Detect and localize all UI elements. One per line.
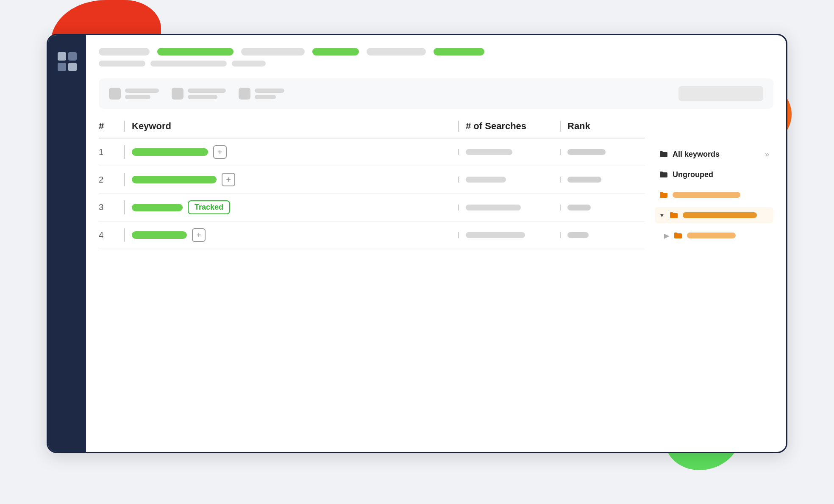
row-num-2: 2 bbox=[99, 175, 124, 185]
main-content: # Keyword # of Searches Rank 1 + bbox=[86, 35, 786, 452]
nav-row-1 bbox=[99, 48, 773, 55]
folder-label-bar-3 bbox=[687, 233, 736, 238]
control-icon-3 bbox=[239, 88, 250, 100]
table-main: # Keyword # of Searches Rank 1 + bbox=[99, 121, 645, 443]
control-lines-3 bbox=[255, 89, 284, 99]
th-rank: Rank bbox=[560, 121, 645, 132]
row-num-4: 4 bbox=[99, 230, 124, 240]
row-keyword-2: + bbox=[124, 173, 458, 186]
row-rank-4 bbox=[560, 232, 645, 238]
sidebar-item-ungrouped[interactable]: Ungrouped bbox=[655, 166, 773, 183]
control-lines-1 bbox=[125, 89, 159, 99]
row-rank-1 bbox=[560, 149, 645, 155]
chevron-right-icon: ▶ bbox=[664, 232, 669, 240]
row-searches-1 bbox=[458, 149, 560, 155]
sidebar-label-all-keywords: All keywords bbox=[673, 150, 761, 159]
folder-icon-ungrouped bbox=[659, 170, 668, 179]
table-row: 1 + bbox=[99, 138, 645, 166]
nav-sub-pill-3 bbox=[232, 61, 266, 66]
row-rank-2 bbox=[560, 177, 645, 183]
table-row: 3 Tracked bbox=[99, 194, 645, 222]
add-keyword-btn-1[interactable]: + bbox=[213, 145, 227, 159]
nav-pill-4-green[interactable] bbox=[312, 48, 359, 55]
sidebar-label-ungrouped: Ungrouped bbox=[673, 170, 769, 179]
row-keyword-4: + bbox=[124, 228, 458, 242]
kw-bar-4 bbox=[132, 231, 187, 239]
main-card-wrapper: # Keyword # of Searches Rank 1 + bbox=[47, 34, 787, 453]
nav-pill-5[interactable] bbox=[367, 48, 426, 55]
folder-icon-all-keywords bbox=[659, 150, 668, 159]
searches-bar-4 bbox=[466, 232, 525, 238]
table-area: # Keyword # of Searches Rank 1 + bbox=[99, 121, 773, 443]
control-lines-2 bbox=[188, 89, 226, 99]
logo-square-1 bbox=[58, 52, 66, 61]
double-chevron-icon: » bbox=[765, 150, 769, 159]
table-body: 1 + bbox=[99, 138, 645, 443]
searches-bar-3 bbox=[466, 205, 521, 210]
nav-pill-6-green[interactable] bbox=[434, 48, 484, 55]
control-group-2 bbox=[172, 88, 226, 100]
table-row: 4 + bbox=[99, 222, 645, 249]
sidebar bbox=[48, 35, 86, 452]
sidebar-item-all-keywords[interactable]: All keywords » bbox=[655, 146, 773, 162]
row-searches-3 bbox=[458, 205, 560, 210]
row-num-1: 1 bbox=[99, 147, 124, 157]
rank-bar-3 bbox=[567, 205, 591, 210]
controls-bar bbox=[99, 78, 773, 109]
logo-square-4 bbox=[68, 63, 77, 71]
sidebar-item-folder1[interactable] bbox=[655, 187, 773, 203]
th-keyword: Keyword bbox=[124, 121, 458, 132]
control-line-2a bbox=[188, 89, 226, 93]
kw-bar-1 bbox=[132, 148, 208, 156]
table-row: 2 + bbox=[99, 166, 645, 194]
th-searches: # of Searches bbox=[458, 121, 560, 132]
control-icon-1 bbox=[109, 88, 121, 100]
tracked-badge: Tracked bbox=[188, 200, 230, 214]
searches-bar-1 bbox=[466, 149, 512, 155]
kw-bar-2 bbox=[132, 176, 217, 183]
row-searches-2 bbox=[458, 177, 560, 183]
top-nav bbox=[99, 48, 773, 66]
folder-label-bar-1 bbox=[673, 192, 740, 198]
th-num: # bbox=[99, 121, 124, 132]
row-keyword-3: Tracked bbox=[124, 200, 458, 214]
sidebar-item-folder2[interactable]: ▼ bbox=[655, 207, 773, 223]
right-panel: All keywords » Ungrouped bbox=[655, 121, 773, 443]
control-line-1a bbox=[125, 89, 159, 93]
control-group-1 bbox=[109, 88, 159, 100]
nav-sub-pill-2 bbox=[150, 61, 227, 66]
kw-bar-3 bbox=[132, 204, 183, 211]
main-card: # Keyword # of Searches Rank 1 + bbox=[47, 34, 787, 453]
nav-sub-pill-1 bbox=[99, 61, 145, 66]
control-group-3 bbox=[239, 88, 284, 100]
nav-pill-3[interactable] bbox=[241, 48, 305, 55]
search-box[interactable] bbox=[678, 86, 763, 101]
add-keyword-btn-2[interactable]: + bbox=[222, 173, 235, 186]
sidebar-item-folder3[interactable]: ▶ bbox=[660, 227, 773, 244]
logo-square-3 bbox=[58, 63, 66, 71]
control-line-3b bbox=[255, 95, 276, 99]
control-line-2b bbox=[188, 95, 217, 99]
control-line-3a bbox=[255, 89, 284, 93]
chevron-down-icon: ▼ bbox=[659, 212, 665, 219]
rank-bar-1 bbox=[567, 149, 606, 155]
nav-pill-1[interactable] bbox=[99, 48, 150, 55]
sidebar-logo bbox=[58, 52, 77, 71]
folder-icon-2 bbox=[669, 210, 678, 220]
nav-row-2 bbox=[99, 61, 773, 66]
logo-square-2 bbox=[68, 52, 77, 61]
rank-bar-2 bbox=[567, 177, 601, 183]
row-rank-3 bbox=[560, 205, 645, 210]
folder-icon-1 bbox=[659, 190, 668, 199]
row-searches-4 bbox=[458, 232, 560, 238]
folder-icon-3 bbox=[673, 231, 683, 240]
folder-label-bar-2 bbox=[683, 212, 757, 218]
row-keyword-1: + bbox=[124, 145, 458, 159]
rank-bar-4 bbox=[567, 232, 589, 238]
searches-bar-2 bbox=[466, 177, 506, 183]
control-line-1b bbox=[125, 95, 150, 99]
table-header: # Keyword # of Searches Rank bbox=[99, 121, 645, 138]
add-keyword-btn-4[interactable]: + bbox=[192, 228, 206, 242]
control-icon-2 bbox=[172, 88, 183, 100]
nav-pill-2-green[interactable] bbox=[157, 48, 234, 55]
